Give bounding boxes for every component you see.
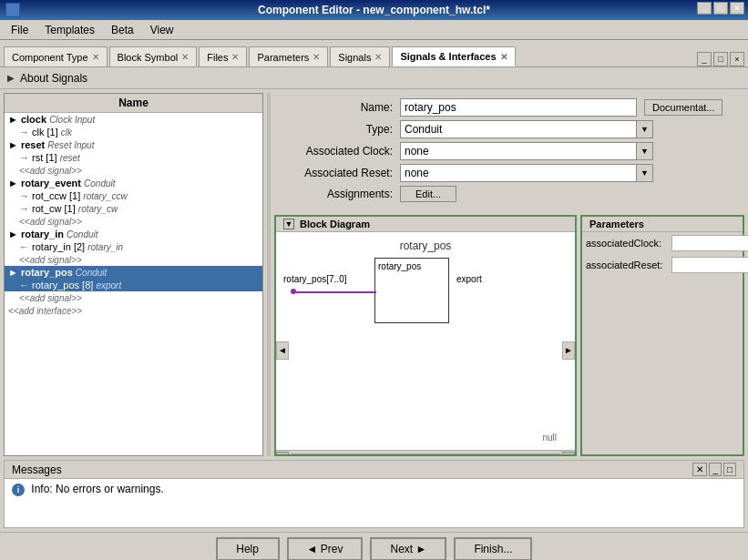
messages-content: i Info: No errors or warnings. (5, 479, 743, 500)
assignments-row: Assignments: Edit... (282, 186, 737, 202)
menu-file[interactable]: File (4, 22, 36, 38)
type-label: Type: (282, 123, 400, 136)
messages-restore-btn[interactable]: □ (723, 463, 736, 476)
tree-add-signal-4[interactable]: <<add signal>> (5, 291, 262, 304)
maximize-button[interactable]: □ (713, 2, 728, 15)
splitter[interactable] (267, 93, 271, 456)
tab-component-type[interactable]: Component Type ✕ (4, 46, 108, 66)
hscroll-left-btn[interactable]: ◄ (276, 452, 289, 457)
type-select[interactable]: Conduit Clock Reset Avalon (401, 121, 652, 137)
tab-signals-interfaces[interactable]: Signals & Interfaces ✕ (392, 46, 515, 66)
param-assoc-reset-label: associatedReset: (586, 260, 668, 270)
window-controls[interactable]: _ □ × (697, 2, 744, 15)
window-title: Component Editor - new_component_hw.tcl* (258, 4, 490, 16)
tree-rst[interactable]: → rst [1] reset (5, 151, 262, 164)
menu-bar: File Templates Beta View (0, 20, 748, 40)
assoc-reset-label: Associated Reset: (282, 167, 400, 179)
diagram-hscrollbar[interactable]: ◄ ► (276, 450, 575, 456)
tree-add-interface[interactable]: <<add interface>> (5, 304, 262, 317)
param-assoc-clock-label: associatedClock: (586, 238, 668, 249)
tab-restore-btn[interactable]: □ (713, 52, 728, 66)
tab-close-icon[interactable]: ✕ (500, 52, 507, 62)
documentation-button[interactable]: Documentat... (644, 99, 722, 116)
tab-label: Block Symbol (118, 52, 179, 63)
tab-label: Signals & Interfaces (400, 51, 496, 62)
tree-clk[interactable]: → clk [1] clk (5, 126, 262, 138)
name-row: Name: Documentat... (282, 98, 737, 117)
tree-rotary-in-sig[interactable]: ← rotary_in [2] rotary_in (5, 240, 262, 253)
bus-dot (291, 289, 296, 294)
tree-add-signal-1[interactable]: <<add signal>> (5, 164, 262, 177)
name-input[interactable] (400, 98, 637, 117)
tab-label: Files (207, 52, 228, 63)
block-diagram-header: ▼ Block Diagram (276, 217, 575, 232)
scroll-left-button[interactable]: ◄ (276, 341, 289, 360)
tree-rotary-pos[interactable]: ► rotary_pos Conduit (5, 266, 262, 279)
bus-wire (292, 291, 376, 293)
messages-header: Messages ✕ _ □ (5, 461, 743, 479)
assoc-clock-row: Associated Clock: none ▼ (282, 142, 737, 160)
bottom-bar: Help ◄ Prev Next ► Finish... (0, 532, 748, 560)
assoc-clock-select[interactable]: none (401, 143, 652, 159)
tree-rotary-event[interactable]: ► rotary_event Conduit (5, 177, 262, 189)
tree-rot-ccw[interactable]: → rot_ccw [1] rotary_ccw (5, 189, 262, 202)
tab-close-icon[interactable]: ✕ (181, 52, 189, 62)
name-label: Name: (282, 101, 400, 114)
hscroll-track[interactable] (291, 453, 560, 457)
tab-minimize-btn[interactable]: _ (697, 52, 712, 66)
tree-reset[interactable]: ► reset Reset Input (5, 138, 262, 151)
tree-rotary-in[interactable]: ► rotary_in Conduit (5, 228, 262, 240)
hscroll-right-btn[interactable]: ► (562, 452, 575, 457)
param-assoc-clock-row: associatedClock: (582, 232, 743, 254)
tab-block-symbol[interactable]: Block Symbol ✕ (109, 46, 198, 66)
next-button[interactable]: Next ► (370, 537, 446, 561)
hscroll-thumb[interactable] (292, 454, 399, 457)
tree-rotary-pos-sig[interactable]: ← rotary_pos [8] export (5, 279, 262, 291)
component-label: rotary_pos (400, 239, 452, 252)
type-row: Type: Conduit Clock Reset Avalon ▼ (282, 120, 737, 138)
tree-add-signal-3[interactable]: <<add signal>> (5, 253, 262, 266)
finish-button[interactable]: Finish... (454, 537, 532, 561)
param-assoc-clock-input[interactable] (671, 235, 748, 251)
lower-right: ▼ Block Diagram rotary_pos rotary_pos ex… (274, 215, 744, 456)
tab-right-buttons: _ □ × (697, 52, 744, 66)
app-icon (5, 3, 20, 17)
about-signals-label: About Signals (20, 72, 87, 85)
edit-button[interactable]: Edit... (400, 186, 456, 202)
signal-label: rotary_pos (375, 259, 448, 271)
tab-close-all-btn[interactable]: × (730, 52, 744, 66)
form-area: Name: Documentat... Type: Conduit Clock … (274, 93, 744, 211)
block-diagram-title-label: Block Diagram (300, 219, 370, 229)
tab-close-icon[interactable]: ✕ (92, 52, 99, 62)
bus-label: rotary_pos[7..0] (283, 274, 346, 284)
prev-button[interactable]: ◄ Prev (287, 537, 364, 561)
menu-view[interactable]: View (143, 22, 181, 38)
parameters-title-label: Parameters (582, 217, 743, 232)
tab-close-icon[interactable]: ✕ (313, 52, 320, 62)
info-icon: i (12, 484, 25, 496)
tree-rot-cw[interactable]: → rot_cw [1] rotary_cw (5, 202, 262, 215)
tree-clock[interactable]: ► clock Clock Input (5, 113, 262, 126)
tab-signals[interactable]: Signals ✕ (330, 46, 390, 66)
tab-close-icon[interactable]: ✕ (231, 52, 239, 62)
assoc-reset-select[interactable]: none (401, 165, 652, 181)
messages-close-icon[interactable]: ✕ (692, 463, 707, 476)
help-button[interactable]: Help (216, 537, 280, 561)
menu-beta[interactable]: Beta (104, 22, 141, 38)
menu-templates[interactable]: Templates (37, 22, 102, 38)
collapse-button[interactable]: ▼ (283, 219, 294, 229)
minimize-button[interactable]: _ (697, 2, 712, 15)
param-assoc-reset-input[interactable] (671, 257, 748, 273)
scroll-right-button[interactable]: ► (562, 341, 575, 360)
expand-arrow-icon[interactable]: ▶ (7, 73, 15, 83)
main-content: Name ► clock Clock Input → clk [1] clk ►… (0, 89, 748, 460)
tree-add-signal-2[interactable]: <<add signal>> (5, 215, 262, 228)
signals-tree-panel: Name ► clock Clock Input → clk [1] clk ►… (4, 93, 263, 456)
param-assoc-reset-row: associatedReset: (582, 254, 743, 276)
tab-files[interactable]: Files ✕ (199, 46, 247, 66)
assignments-label: Assignments: (282, 188, 400, 200)
close-button[interactable]: × (730, 2, 744, 15)
messages-minimize-btn[interactable]: _ (709, 463, 722, 476)
tab-parameters[interactable]: Parameters ✕ (249, 46, 328, 66)
tab-close-icon[interactable]: ✕ (374, 52, 382, 62)
